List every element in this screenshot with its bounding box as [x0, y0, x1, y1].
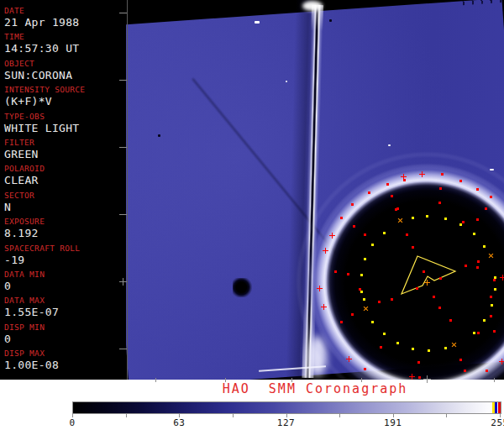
yellow-fiducial-dot — [383, 232, 386, 234]
metadata-field-label: DATA MIN — [4, 269, 126, 280]
metadata-field: DATA MAX1.55E-07 — [0, 295, 126, 321]
red-fiducial-dot — [386, 183, 389, 186]
red-plus-mark — [500, 275, 504, 281]
white-speck — [255, 21, 260, 24]
red-fiducial-dot — [391, 195, 393, 197]
metadata-field-value: WHITE LIGHT — [4, 122, 126, 134]
red-fiducial-dot — [493, 330, 496, 333]
red-fiducial-dot — [439, 277, 442, 280]
colorbar-tick — [233, 414, 234, 417]
metadata-field-label: OBJECT — [4, 58, 126, 69]
fiducial-polygon — [402, 256, 455, 294]
sidebar-frame-divider — [127, 0, 128, 380]
yellow-fiducial-dot — [383, 333, 386, 335]
yellow-fiducial-dot — [491, 304, 493, 307]
dark-speck — [329, 19, 332, 22]
red-fiducial-dot — [364, 368, 366, 370]
yellow-fiducial-dot — [426, 215, 428, 218]
colorbar-tick-label: 127 — [277, 417, 295, 428]
yellow-fiducial-dot — [360, 291, 363, 293]
white-speck — [490, 169, 494, 170]
red-fiducial-dot — [417, 361, 420, 364]
red-fiducial-dot — [351, 313, 354, 316]
colorbar-tick — [339, 414, 340, 417]
left-edge-tick — [119, 147, 127, 148]
saturation-stripe — [498, 402, 501, 413]
metadata-field-label: DATA MAX — [4, 295, 126, 306]
yellow-fiducial-dot — [412, 217, 414, 219]
plot-title: HAO SMM Coronagraph — [126, 381, 504, 396]
red-fiducial-dot — [459, 180, 462, 182]
red-fiducial-dot — [490, 296, 492, 298]
red-fiducial-dot — [395, 208, 397, 211]
metadata-field-label: FILTER — [4, 137, 126, 148]
metadata-field-label: DATE — [4, 5, 126, 16]
yellow-fiducial-dot — [483, 319, 486, 322]
metadata-field: SECTORN — [0, 190, 126, 216]
red-fiducial-dot — [477, 332, 480, 334]
colorbar-tick — [126, 414, 127, 417]
yellow-fiducial-dot — [459, 223, 462, 226]
red-plus-mark — [321, 304, 327, 310]
red-fiducial-dot — [340, 321, 343, 323]
saturation-stripe — [495, 402, 497, 413]
red-fiducial-dot — [476, 188, 479, 191]
red-fiducial-dot — [406, 233, 408, 236]
metadata-field-value: SUN:CORONA — [4, 69, 126, 81]
yellow-fiducial-dot — [371, 244, 374, 246]
yellow-fiducial-dot — [494, 276, 496, 279]
colorbar-tick-label: 255 — [491, 417, 504, 428]
colorbar-tick-label: 63 — [173, 417, 185, 428]
coronagraph-image-canvas[interactable] — [126, 0, 504, 380]
yellow-fiducial-dot — [473, 233, 475, 235]
yellow-fiducial-dot — [371, 321, 374, 323]
red-fiducial-dot — [493, 279, 496, 281]
white-speck — [286, 81, 287, 82]
red-fiducial-dot — [476, 266, 479, 269]
left-edge-tick — [119, 13, 127, 13]
metadata-field: DISP MIN0 — [0, 322, 126, 348]
metadata-field: TYPE-OBSWHITE LIGHT — [0, 111, 126, 137]
metadata-field-value: 1.55E-07 — [4, 306, 126, 318]
left-edge-tick — [119, 214, 127, 215]
red-fiducial-dot — [477, 260, 480, 263]
red-fiducial-dot — [340, 217, 343, 219]
white-speck — [388, 144, 391, 146]
red-fiducial-dot — [464, 370, 466, 372]
metadata-field-label: TYPE-OBS — [4, 111, 126, 122]
red-fiducial-dot — [490, 196, 492, 198]
red-fiducial-dot — [364, 233, 366, 236]
red-plus-mark — [329, 233, 335, 239]
colorbar-tick-label: 191 — [384, 417, 402, 428]
metadata-field: OBJECTSUN:CORONA — [0, 58, 126, 84]
yellow-fiducial-dot — [444, 218, 447, 220]
left-edge-plus-tick — [119, 278, 127, 286]
red-fiducial-dot — [380, 346, 382, 349]
metadata-field-value: 0 — [4, 333, 126, 345]
red-fiducial-dot — [441, 173, 444, 176]
metadata-field-value: N — [4, 201, 126, 213]
red-fiducial-dot — [412, 246, 414, 249]
colorbar-tick — [446, 414, 447, 417]
red-fiducial-dot — [334, 270, 337, 273]
metadata-field: EXPOSURE8.192 — [0, 216, 126, 242]
yellow-fiducial-dot — [412, 348, 414, 350]
red-plus-mark — [499, 359, 504, 364]
red-fiducial-dot — [378, 301, 381, 303]
metadata-field-value: 8.192 — [4, 227, 126, 239]
metadata-field-value: (K+F)*V — [4, 95, 126, 108]
red-fiducial-dot — [347, 273, 349, 275]
left-edge-tick — [119, 80, 127, 81]
metadata-field-value: CLEAR — [4, 174, 126, 186]
yellow-fiducial-dot — [483, 245, 486, 248]
metadata-field-label: DISP MAX — [4, 348, 126, 359]
red-fiducial-dot — [476, 218, 479, 221]
metadata-field-value: 1.00E-08 — [4, 359, 126, 371]
fiducial-polygon-layer — [126, 0, 504, 380]
red-plus-mark — [317, 286, 323, 291]
yellow-fiducial-dot — [363, 298, 365, 301]
metadata-field-value: GREEN — [4, 148, 126, 160]
red-plus-mark — [409, 374, 415, 380]
colorbar-tick-label: 0 — [69, 417, 75, 428]
yellow-fiducial-dot — [494, 288, 496, 291]
